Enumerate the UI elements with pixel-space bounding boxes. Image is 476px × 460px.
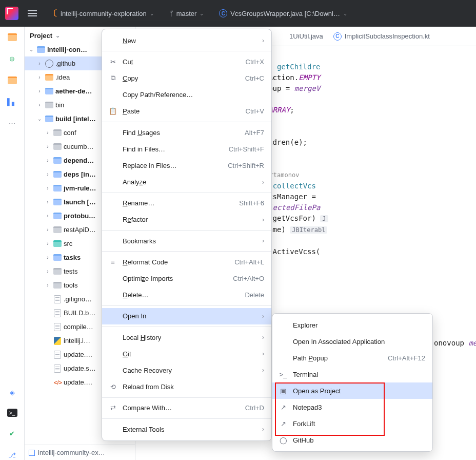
- submenu-item[interactable]: ↗Notepad3: [272, 399, 432, 415]
- context-menu-item[interactable]: Copy Path/Reference…: [102, 87, 271, 103]
- context-menu-item[interactable]: Git›: [102, 346, 271, 362]
- project-tool-icon[interactable]: [7, 32, 17, 42]
- tree-node-icon: [53, 225, 62, 235]
- project-pane-title: Project: [30, 32, 52, 40]
- tree-node-icon: [45, 87, 54, 96]
- context-menu-item[interactable]: Refactor›: [102, 212, 271, 228]
- context-menu-item[interactable]: Bookmarks›: [102, 233, 271, 249]
- tree-arrow-icon[interactable]: ›: [44, 282, 51, 288]
- context-menu-item[interactable]: ⇄Compare With…Ctrl+D: [102, 400, 271, 416]
- submenu-arrow-icon: ›: [262, 37, 264, 44]
- context-menu-item[interactable]: Analyze›: [102, 174, 271, 190]
- submenu-item[interactable]: ↗ForkLift: [272, 415, 432, 432]
- context-menu-item[interactable]: Local History›: [102, 329, 271, 346]
- submenu-arrow-icon: ›: [262, 216, 264, 223]
- structure-tool-icon[interactable]: ▌▖: [7, 97, 17, 107]
- reload-icon: ⟲: [108, 382, 117, 392]
- context-menu-item[interactable]: Replace in Files…Ctrl+Shift+R: [102, 157, 271, 174]
- tree-node-label: tests: [64, 267, 77, 275]
- menu-item-label: Find in Files…: [123, 145, 165, 153]
- context-menu-item[interactable]: Cache Recovery›: [102, 362, 271, 378]
- tree-arrow-icon[interactable]: ›: [44, 227, 51, 233]
- context-menu-item[interactable]: ✂CutCtrl+X: [102, 53, 271, 70]
- project-name: intellij-community-exploration: [61, 10, 147, 17]
- tree-arrow-icon[interactable]: ›: [44, 171, 51, 177]
- context-menu-item[interactable]: Open In›: [102, 308, 271, 324]
- tree-arrow-icon[interactable]: ›: [36, 88, 43, 94]
- terminal-tool-icon[interactable]: >_: [7, 409, 17, 417]
- chevron-down-icon: ⌄: [55, 32, 60, 39]
- branch-icon: ᛘ: [169, 10, 173, 17]
- menu-item-label: Replace in Files…: [123, 162, 177, 169]
- menu-item-label: Bookmarks: [123, 237, 156, 245]
- app-logo: [5, 7, 18, 20]
- context-menu-item[interactable]: Rename…Shift+F6: [102, 195, 271, 212]
- menu-item-label: Delete…: [123, 291, 149, 299]
- tree-node-icon: [53, 350, 62, 359]
- submenu-arrow-icon: ›: [262, 237, 264, 244]
- submenu-item[interactable]: Path PopupCtrl+Alt+F12: [272, 350, 432, 366]
- tree-arrow-icon[interactable]: ›: [44, 213, 51, 219]
- menu-item-label: Reformat Code: [123, 258, 168, 266]
- branch-selector[interactable]: ᛘ master ⌄: [166, 8, 207, 20]
- editor-tab[interactable]: 1UiUtil.java: [289, 32, 323, 40]
- context-menu-item[interactable]: ⧉CopyCtrl+C: [102, 70, 271, 86]
- context-menu-item[interactable]: Delete…Delete: [102, 287, 271, 303]
- tree-arrow-icon[interactable]: ›: [36, 74, 43, 80]
- tree-node-label: protobu…: [64, 212, 95, 220]
- tree-node-label: tasks: [64, 254, 81, 261]
- tree-arrow-icon[interactable]: ›: [44, 144, 51, 149]
- submenu-item[interactable]: >_Terminal: [272, 366, 432, 382]
- menu-item-label: Cache Recovery: [123, 367, 172, 374]
- submenu-item[interactable]: ◯GitHub: [272, 432, 432, 448]
- tree-node-label: update.s…: [64, 365, 96, 372]
- editor-tab[interactable]: C ImplicitSubclassInspection.kt: [333, 32, 430, 41]
- hamburger-menu[interactable]: [28, 10, 37, 16]
- context-menu-item[interactable]: New›: [102, 32, 271, 49]
- ext-icon: ↗: [279, 419, 288, 428]
- tree-arrow-icon[interactable]: ⌄: [36, 116, 43, 122]
- tree-arrow-icon[interactable]: ›: [44, 158, 51, 163]
- more-tool-icon[interactable]: ⋯: [7, 118, 17, 128]
- tree-arrow-icon[interactable]: ›: [36, 102, 43, 108]
- submenu-item[interactable]: ▣Open as Project: [272, 382, 432, 399]
- tree-arrow-icon[interactable]: ›: [44, 130, 51, 136]
- context-menu-item[interactable]: 📋PasteCtrl+V: [102, 103, 271, 120]
- tree-arrow-icon[interactable]: ›: [44, 185, 51, 191]
- context-menu-item[interactable]: Optimize ImportsCtrl+Alt+O: [102, 270, 271, 286]
- file-tab-label: VcsGroupsWrapper.java [C:\Downl…: [230, 10, 340, 17]
- nav-bar[interactable]: intellij-community-ex…: [25, 445, 135, 460]
- submenu-item[interactable]: Explorer: [272, 317, 432, 333]
- tree-arrow-icon[interactable]: ›: [44, 269, 51, 274]
- submenu-item[interactable]: Open In Associated Application: [272, 333, 432, 350]
- vcs-tool-icon[interactable]: ⎇: [7, 450, 17, 460]
- project-selector[interactable]: 〔 intellij-community-exploration ⌄: [46, 6, 157, 21]
- changes-tool-icon[interactable]: [7, 75, 17, 85]
- tab-label: 1UiUtil.java: [289, 32, 323, 40]
- tree-arrow-icon[interactable]: ›: [44, 255, 51, 260]
- context-menu-item[interactable]: Find in Files…Ctrl+Shift+F: [102, 141, 271, 157]
- tree-node-icon: [53, 156, 62, 165]
- tree-arrow-icon[interactable]: ›: [44, 199, 51, 205]
- tab-label: ImplicitSubclassInspection.kt: [345, 32, 430, 40]
- context-menu-item[interactable]: External Tools›: [102, 421, 271, 437]
- context-menu-item[interactable]: ≡Reformat CodeCtrl+Alt+L: [102, 254, 271, 270]
- problems-tool-icon[interactable]: ✔: [7, 428, 17, 438]
- file-tab-indicator[interactable]: C VcsGroupsWrapper.java [C:\Downl… ⌄: [216, 7, 350, 20]
- tree-node-label: bin: [55, 101, 64, 109]
- tree-arrow-icon[interactable]: ›: [36, 61, 43, 66]
- tree-node-icon: [53, 239, 62, 248]
- context-menu-item[interactable]: Find UsagesAlt+F7: [102, 124, 271, 141]
- tree-arrow-icon[interactable]: ⌄: [28, 47, 35, 52]
- left-tool-stripe: ⊖ ▌▖ ⋯ ◈ >_ ✔ ⎇: [0, 27, 25, 460]
- build-tool-icon[interactable]: ◈: [7, 387, 17, 397]
- tree-node-icon: [36, 45, 46, 54]
- menu-item-shortcut: Ctrl+Shift+F: [229, 145, 264, 153]
- cut-icon: ✂: [108, 57, 117, 66]
- menu-item-label: Explorer: [293, 321, 318, 329]
- context-menu-item[interactable]: ⟲Reload from Disk: [102, 379, 271, 395]
- copy-icon: ⧉: [108, 73, 117, 83]
- tree-arrow-icon[interactable]: ›: [44, 241, 51, 246]
- commit-tool-icon[interactable]: ⊖: [7, 53, 17, 64]
- tree-node-label: src: [64, 240, 72, 247]
